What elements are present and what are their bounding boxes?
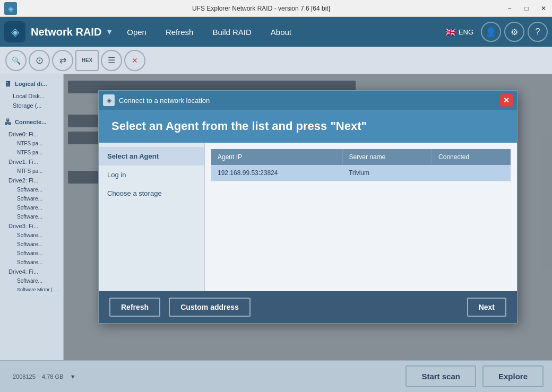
sidebar-local-disk[interactable]: Local Disk... (0, 91, 63, 101)
sidebar-drive2-part1[interactable]: Software... (0, 185, 63, 194)
menu-dropdown-arrow[interactable]: ▼ (106, 28, 113, 36)
close-tool-button[interactable]: ✕ (124, 50, 145, 71)
hex-tool-button[interactable]: HEX (75, 50, 99, 71)
modal-body: Select an Agent Log in Choose a storage (99, 143, 517, 291)
sidebar-drive3-part3[interactable]: Software... (0, 249, 63, 258)
connect-modal: ◈ Connect to a network location ✕ Select… (98, 90, 518, 324)
server-name-cell: Trivium (342, 165, 432, 181)
list-tool-button[interactable]: ☰ (101, 50, 122, 71)
modal-custom-address-button[interactable]: Custom address (169, 298, 251, 317)
modal-close-button[interactable]: ✕ (500, 94, 513, 107)
modal-footer: Refresh Custom address Next (99, 291, 517, 323)
menu-refresh[interactable]: Refresh (156, 17, 203, 47)
modal-step-login[interactable]: Log in (99, 165, 204, 184)
sidebar-drive0[interactable]: Drive0: Fi... (0, 129, 63, 139)
sidebar-drive4-part1[interactable]: Software... (0, 276, 63, 285)
modal-agent-table-container: Agent IP Server name Connected 192.168.9… (205, 143, 517, 291)
modal-next-button[interactable]: Next (467, 298, 506, 317)
close-button[interactable]: ✕ (535, 0, 552, 17)
modal-step-select-agent[interactable]: Select an Agent (99, 147, 204, 165)
language-selector[interactable]: 🇬🇧 ENG (441, 25, 478, 39)
sidebar-drive3[interactable]: Drive3: Fi... (0, 221, 63, 231)
app-name: Network RAID (31, 26, 101, 38)
flag-icon: 🇬🇧 (445, 27, 456, 37)
modal-header-text: Select an Agent from the list and press … (111, 119, 367, 133)
user-account-button[interactable]: 👤 (481, 22, 501, 42)
layer-tool-button[interactable]: ⇄ (52, 50, 73, 71)
modal-sidebar: Select an Agent Log in Choose a storage (99, 143, 205, 291)
right-panel: ◈ Connect to a network location ✕ Select… (64, 74, 552, 360)
sidebar-drive3-part4[interactable]: Software... (0, 258, 63, 267)
modal-icon: ◈ (103, 94, 115, 106)
menu-right-section: 🇬🇧 ENG 👤 ⚙ ? (441, 22, 548, 42)
sidebar-drive1-part1[interactable]: NTFS pa... (0, 167, 63, 176)
logo-icon: ◈ (4, 21, 25, 42)
connected-cell (432, 165, 511, 181)
table-row[interactable]: 192.168.99.53:23824 Trivium (211, 165, 511, 181)
col-server-name: Server name (342, 149, 432, 165)
sidebar-drive4-part2[interactable]: Software Mirror (SGI,YES) partition... (0, 285, 63, 294)
menu-open[interactable]: Open (117, 17, 156, 47)
sidebar-drive3-part2[interactable]: Software... (0, 240, 63, 249)
bottom-bar: 2008125 4.78 GB ▼ Start scan Explore (0, 360, 552, 392)
modal-step-choose-storage[interactable]: Choose a storage (99, 184, 204, 203)
lang-label: ENG (459, 28, 473, 36)
main-content: 🖥 Logical di... Local Disk... Storage (.… (0, 74, 552, 360)
window-controls: − □ ✕ (501, 0, 552, 17)
sidebar-drive0-part1[interactable]: NTFS pa... (0, 139, 63, 148)
sidebar: 🖥 Logical di... Local Disk... Storage (.… (0, 74, 64, 360)
modal-overlay: ◈ Connect to a network location ✕ Select… (64, 74, 552, 360)
logical-drives-header: 🖥 Logical di... (0, 76, 63, 91)
modal-refresh-button[interactable]: Refresh (109, 298, 160, 317)
menu-bar: ◈ Network RAID ▼ Open Refresh Build RAID… (0, 17, 552, 47)
menu-build-raid[interactable]: Build RAID (203, 17, 261, 47)
maximize-button[interactable]: □ (518, 0, 535, 17)
sidebar-drive4[interactable]: Drive4: Fi... (0, 267, 63, 276)
settings-button[interactable]: ⚙ (504, 22, 524, 42)
modal-titlebar: ◈ Connect to a network location ✕ (99, 91, 517, 110)
sidebar-drive2-part2[interactable]: Software... (0, 194, 63, 203)
sidebar-storage[interactable]: Storage (... (0, 101, 63, 110)
sidebar-drive0-part2[interactable]: NTFS pa... (0, 148, 63, 157)
connected-header: 🖧 Connecte... (0, 115, 63, 129)
agent-table: Agent IP Server name Connected 192.168.9… (211, 149, 511, 181)
sidebar-drive1[interactable]: Drive1: Fi... (0, 157, 63, 167)
logical-drives-label: Logical di... (15, 81, 47, 87)
start-scan-button[interactable]: Start scan (406, 365, 476, 387)
sidebar-drive2[interactable]: Drive2: Fi... (0, 176, 63, 185)
search-tool-button[interactable]: 🔍 (5, 50, 27, 71)
sidebar-drive2-part4[interactable]: Software... (0, 212, 63, 221)
sidebar-drive3-part1[interactable]: Software... (0, 231, 63, 240)
modal-title: Connect to a network location (119, 97, 500, 104)
sidebar-drive2-part3[interactable]: Software... (0, 203, 63, 212)
title-bar: ◈ UFS Explorer Network RAID - version 7.… (0, 0, 552, 17)
window-title: UFS Explorer Network RAID - version 7.6 … (21, 5, 501, 12)
col-agent-ip: Agent IP (211, 149, 342, 165)
minimize-button[interactable]: − (501, 0, 518, 17)
bottom-status: 2008125 4.78 GB ▼ (8, 373, 76, 380)
col-connected: Connected (432, 149, 511, 165)
app-logo: ◈ Network RAID (4, 21, 101, 42)
explore-button[interactable]: Explore (482, 365, 544, 387)
modal-header: Select an Agent from the list and press … (99, 110, 517, 143)
drive-tool-button[interactable]: ⊙ (29, 50, 50, 71)
agent-ip-cell: 192.168.99.53:23824 (211, 165, 342, 181)
app-logo-icon: ◈ (8, 4, 14, 13)
menu-about[interactable]: About (261, 17, 301, 47)
help-button[interactable]: ? (528, 22, 548, 42)
connected-label: Connecte... (15, 119, 46, 125)
toolbar: 🔍 ⊙ ⇄ HEX ☰ ✕ (0, 47, 552, 74)
